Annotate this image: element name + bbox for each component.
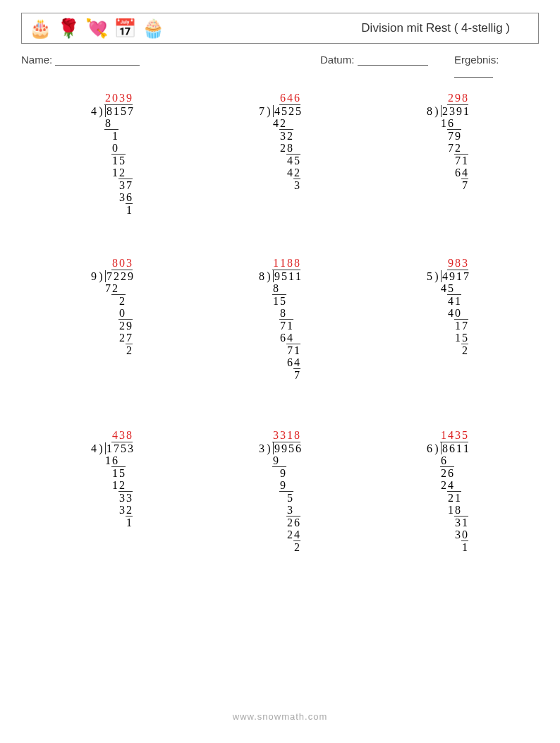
quotient: 3318 [272, 429, 300, 442]
dividend: 7229 [106, 270, 134, 282]
step-line: 26 [286, 516, 300, 528]
step-line: 5 [279, 491, 293, 504]
step-line: 15 [454, 332, 468, 344]
quotient: 2039 [104, 92, 133, 105]
step-line: 15 [111, 466, 126, 479]
long-division: 9835)491745414017152 [426, 257, 470, 356]
result-label: Ergebnis: [454, 54, 499, 66]
dividend: 9511 [274, 270, 302, 282]
quotient: 646 [279, 92, 300, 105]
step-line: 40 [447, 307, 461, 319]
step-line: 31 [454, 516, 468, 528]
step-line: 2 [126, 344, 133, 356]
info-fields: Name: Datum: Ergebnis: [21, 54, 539, 78]
step-line: 29 [118, 319, 133, 332]
footer-url: www.snowmath.com [0, 711, 560, 722]
quotient: 438 [111, 429, 133, 442]
header-icons: 🎂 🌹 💘 📅 🧁 [29, 19, 164, 37]
quotient: 298 [447, 92, 468, 105]
step-line: 79 [447, 129, 461, 142]
divisor: 8) [258, 270, 274, 282]
step-line: 42 [286, 167, 300, 179]
cake-icon: 🎂 [29, 19, 51, 37]
step-line: 6 [440, 454, 447, 466]
date-blank[interactable] [358, 55, 428, 66]
name-label: Name: [21, 54, 52, 66]
divisor: 8) [426, 105, 442, 117]
step-line: 8 [272, 282, 279, 294]
step-line: 12 [111, 479, 126, 491]
divisor: 7) [258, 105, 274, 117]
problem-cell: 2988)239116797271647 [364, 92, 532, 254]
long-division: 6467)452542322845423 [258, 92, 302, 191]
step-line: 45 [440, 282, 454, 294]
step-line: 8 [104, 117, 111, 129]
long-division: 11888)95118158716471647 [258, 257, 302, 381]
step-line: 72 [447, 142, 461, 154]
long-division: 2988)239116797271647 [426, 92, 470, 191]
problem-cell: 33183)99569995326242 [196, 429, 364, 591]
step-line: 37 [118, 179, 133, 191]
long-division: 20394)8157810151237361 [90, 92, 134, 216]
step-line: 45 [286, 154, 300, 167]
step-line: 72 [104, 282, 118, 294]
problem-cell: 14356)861162624211831301 [364, 429, 532, 591]
quotient: 1435 [440, 429, 468, 442]
divisor: 9) [90, 270, 106, 282]
step-line: 24 [440, 479, 454, 491]
problems-grid: 20394)81578101512373616467)4525423228454… [28, 92, 532, 591]
step-line: 7 [293, 368, 300, 381]
name-blank[interactable] [55, 55, 140, 66]
date-label: Datum: [320, 54, 354, 66]
step-line: 15 [272, 294, 286, 307]
result-blank[interactable] [454, 67, 493, 78]
step-line: 18 [447, 504, 461, 516]
step-line: 1 [126, 203, 133, 216]
step-line: 1 [126, 516, 133, 528]
cupcake-icon: 🧁 [142, 19, 164, 37]
step-line: 3 [293, 179, 300, 191]
step-line: 9 [279, 479, 286, 491]
step-line: 28 [279, 142, 293, 154]
step-line: 0 [111, 142, 118, 154]
long-division: 14356)861162624211831301 [426, 429, 470, 553]
step-line: 64 [286, 356, 300, 368]
step-line: 12 [111, 167, 126, 179]
step-line: 64 [279, 332, 293, 344]
problem-cell: 9835)491745414017152 [364, 257, 532, 426]
quotient: 1188 [272, 257, 300, 270]
rose-icon: 🌹 [57, 19, 80, 37]
step-line: 71 [454, 154, 468, 167]
quotient: 983 [447, 257, 468, 270]
step-line: 41 [447, 294, 461, 307]
step-line: 16 [104, 454, 118, 466]
step-line: 15 [111, 154, 126, 167]
step-line: 33 [118, 491, 133, 504]
step-line: 27 [118, 332, 133, 344]
step-line: 2 [111, 294, 126, 307]
long-division: 4384)175316151233321 [90, 429, 134, 528]
step-line: 42 [272, 117, 286, 129]
problem-cell: 8039)7229722029272 [28, 257, 196, 426]
divisor: 4) [90, 442, 106, 454]
long-division: 8039)7229722029272 [90, 257, 134, 356]
step-line: 71 [279, 319, 293, 332]
step-line: 2 [293, 540, 300, 553]
step-line: 30 [454, 528, 468, 540]
dividend: 8157 [106, 105, 134, 117]
divisor: 3) [258, 442, 274, 454]
step-line: 0 [118, 307, 126, 319]
step-line: 1 [461, 540, 468, 553]
step-line: 64 [454, 167, 468, 179]
step-line: 32 [279, 129, 293, 142]
heart-lock-icon: 💘 [85, 19, 108, 37]
divisor: 4) [90, 105, 106, 117]
step-line: 21 [447, 491, 461, 504]
divisor: 6) [426, 442, 442, 454]
dividend: 2391 [442, 105, 470, 117]
problem-cell: 11888)95118158716471647 [196, 257, 364, 426]
step-line: 32 [118, 504, 133, 516]
step-line: 24 [286, 528, 300, 540]
dividend: 4525 [274, 105, 302, 117]
problem-cell: 20394)8157810151237361 [28, 92, 196, 254]
